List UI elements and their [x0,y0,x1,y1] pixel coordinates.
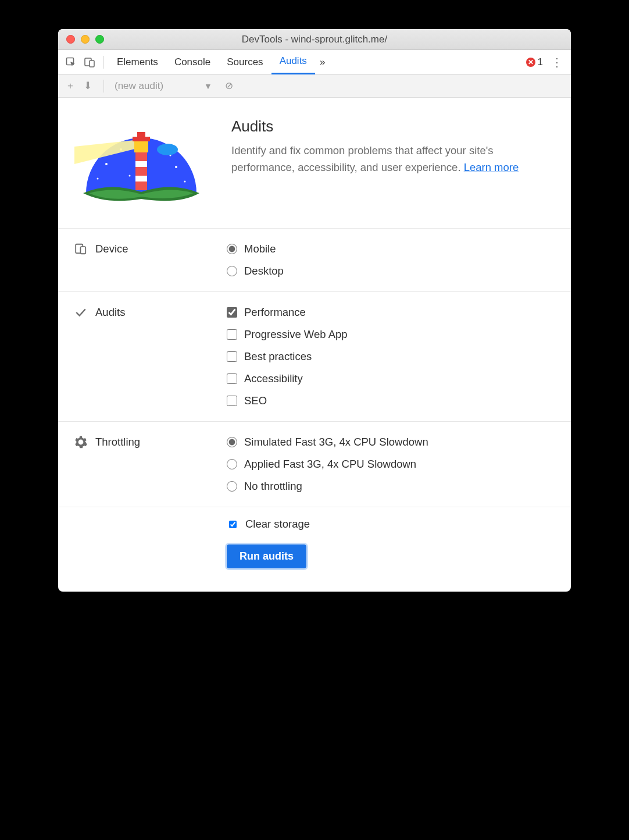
audit-option-pwa[interactable]: Progressive Web App [227,328,348,341]
throttling-radio-simulated[interactable] [227,437,237,447]
throttling-radio-applied[interactable] [227,459,237,469]
audits-header-text: Audits Identify and fix common problems … [231,118,555,205]
svg-rect-14 [133,137,150,141]
svg-rect-2 [90,60,94,67]
svg-point-7 [97,178,99,180]
svg-point-3 [105,163,108,165]
audit-check-pwa[interactable] [227,329,237,340]
clear-audits-icon[interactable]: ⊘ [223,80,235,92]
svg-point-9 [129,175,131,177]
device-section-label: Device [74,243,227,277]
clear-storage-checkbox[interactable] [229,521,237,528]
svg-point-11 [157,144,178,155]
device-option-mobile[interactable]: Mobile [227,243,284,255]
devtools-tabbar: Elements Console Sources Audits » ✕ 1 ⋮ [58,50,571,74]
throttling-radio-none[interactable] [227,481,237,492]
device-option-desktop[interactable]: Desktop [227,265,284,277]
audit-check-accessibility[interactable] [227,373,237,384]
throttling-option-simulated[interactable]: Simulated Fast 3G, 4x CPU Slowdown [227,436,428,449]
device-option-mobile-label: Mobile [244,243,276,255]
throttling-label-text: Throttling [95,436,140,449]
tab-elements[interactable]: Elements [109,50,166,74]
chevron-down-icon: ▼ [204,81,212,91]
devtools-window: DevTools - wind-sprout.glitch.me/ Elemen… [58,29,571,592]
svg-rect-15 [137,132,145,137]
audit-option-accessibility[interactable]: Accessibility [227,372,348,385]
lighthouse-illustration [74,118,208,205]
audits-label-text: Audits [95,306,125,319]
close-window-button[interactable] [66,35,75,44]
audit-category-options: Performance Progressive Web App Best pra… [227,306,348,407]
device-radio-desktop[interactable] [227,266,237,276]
download-report-icon[interactable]: ⬇ [81,80,94,92]
audit-option-performance-label: Performance [244,306,306,319]
audit-check-performance[interactable] [227,307,237,318]
error-icon: ✕ [526,58,535,67]
error-count-badge[interactable]: ✕ 1 [526,56,543,68]
gear-icon [74,436,87,449]
audits-description-text: Identify and fix common problems that af… [231,144,494,173]
toggle-device-toolbar-icon[interactable] [81,54,98,70]
throttling-option-applied-label: Applied Fast 3G, 4x CPU Slowdown [244,458,416,471]
clear-storage-option[interactable]: Clear storage [227,518,555,531]
device-section: Device Mobile Desktop [58,229,571,292]
audits-header: Audits Identify and fix common problems … [58,98,571,229]
device-label-text: Device [95,243,128,255]
audit-option-seo[interactable]: SEO [227,394,348,407]
audits-footer: Clear storage Run audits [58,507,571,592]
device-radio-mobile[interactable] [227,244,237,254]
audit-option-performance[interactable]: Performance [227,306,348,319]
throttling-section-label: Throttling [74,436,227,493]
audits-description: Identify and fix common problems that af… [231,143,555,176]
svg-rect-13 [134,141,148,152]
maximize-window-button[interactable] [95,35,104,44]
audit-option-seo-label: SEO [244,394,267,407]
audit-check-best-practices[interactable] [227,351,237,362]
check-icon [74,306,87,319]
throttling-option-simulated-label: Simulated Fast 3G, 4x CPU Slowdown [244,436,428,449]
audits-section: Audits Performance Progressive Web App B… [58,292,571,422]
tab-sources[interactable]: Sources [219,50,271,74]
device-icon [74,243,87,255]
svg-point-8 [184,181,186,183]
tab-console[interactable]: Console [166,50,219,74]
minimize-window-button[interactable] [81,35,90,44]
audit-check-seo[interactable] [227,396,237,406]
clear-storage-label: Clear storage [245,518,310,531]
traffic-lights [66,35,104,44]
audits-section-label: Audits [74,306,227,407]
device-option-desktop-label: Desktop [244,265,284,277]
throttling-section: Throttling Simulated Fast 3G, 4x CPU Slo… [58,422,571,507]
audits-toolbar: + ⬇ (new audit) ▼ ⊘ [58,74,571,98]
titlebar: DevTools - wind-sprout.glitch.me/ [58,29,571,50]
window-title: DevTools - wind-sprout.glitch.me/ [58,34,571,45]
separator [103,80,104,92]
inspect-element-icon[interactable] [63,54,79,70]
run-audits-button[interactable]: Run audits [227,544,306,568]
audit-option-best-practices-label: Best practices [244,350,312,363]
throttling-option-none[interactable]: No throttling [227,480,428,493]
audits-title: Audits [231,118,555,136]
audit-report-selector[interactable]: (new audit) ▼ [115,80,212,92]
learn-more-link[interactable]: Learn more [464,161,519,173]
devtools-menu-button[interactable]: ⋮ [546,55,567,69]
audit-option-accessibility-label: Accessibility [244,372,303,385]
overflow-tabs-button[interactable]: » [315,50,330,74]
audit-option-best-practices[interactable]: Best practices [227,350,348,363]
throttling-option-applied[interactable]: Applied Fast 3G, 4x CPU Slowdown [227,458,428,471]
device-options: Mobile Desktop [227,243,284,277]
audit-option-pwa-label: Progressive Web App [244,328,348,341]
throttling-option-none-label: No throttling [244,480,302,493]
tab-audits[interactable]: Audits [271,50,315,74]
audit-report-selector-label: (new audit) [115,80,163,92]
throttling-options: Simulated Fast 3G, 4x CPU Slowdown Appli… [227,436,428,493]
new-audit-icon[interactable]: + [64,80,77,92]
error-count: 1 [538,56,543,68]
svg-rect-17 [80,247,85,254]
separator [103,56,104,69]
svg-point-6 [175,166,177,168]
